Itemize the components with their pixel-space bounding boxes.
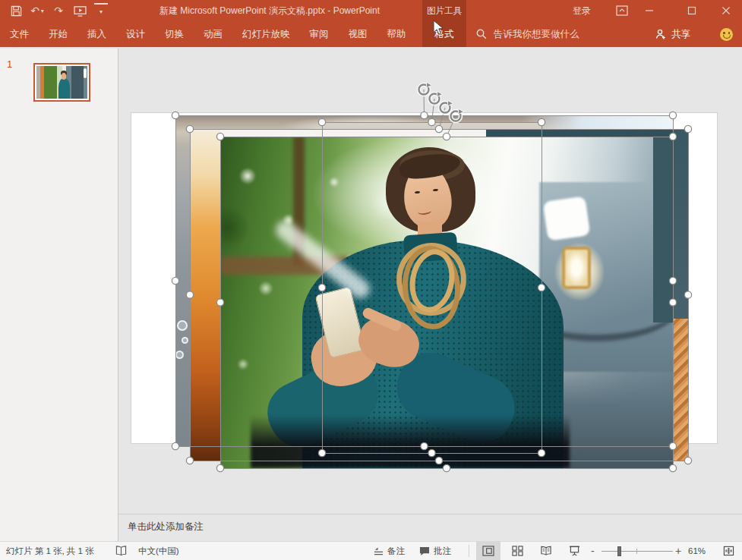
rotation-handle-3[interactable] — [440, 100, 453, 112]
ribbon-tabs: 文件开始插入设计切换动画幻灯片放映审阅视图帮助 — [0, 21, 416, 47]
tab-animations[interactable]: 动画 — [194, 21, 232, 47]
comments-button[interactable]: 批注 — [419, 542, 451, 560]
rope-texture — [672, 319, 688, 461]
redo-button[interactable]: ↷ — [52, 2, 65, 19]
tab-insert[interactable]: 插入 — [77, 21, 116, 47]
tab-transitions[interactable]: 切换 — [155, 21, 194, 47]
undo-button[interactable]: ↶ ▾ — [30, 2, 44, 19]
minimize-icon — [645, 6, 654, 15]
undo-dropdown-icon[interactable]: ▾ — [41, 8, 44, 14]
rotation-stem-1 — [424, 90, 425, 115]
rotation-handle-1[interactable] — [419, 82, 432, 94]
slide-sorter-view-button[interactable] — [505, 542, 529, 560]
minimize-button[interactable] — [638, 0, 661, 21]
powerpoint-window: 图片工具 ↶ ▾ ↷ — [0, 0, 742, 560]
notes-divider[interactable] — [118, 514, 742, 514]
save-icon — [11, 5, 22, 17]
search-placeholder: 告诉我你想要做什么 — [494, 28, 579, 41]
zoom-in-button[interactable]: + — [675, 542, 681, 560]
tab-home[interactable]: 开始 — [39, 21, 77, 47]
proofing-book-icon — [115, 546, 127, 556]
zoom-slider-midpoint — [636, 549, 637, 554]
reading-view-button[interactable] — [534, 542, 558, 560]
feedback-smiley-icon[interactable] — [720, 28, 733, 41]
slide-thumbnail-panel: 1 — [0, 49, 118, 541]
fit-slide-to-window-button[interactable] — [716, 542, 740, 560]
slide-sorter-icon — [512, 546, 523, 556]
tell-me-search[interactable]: 告诉我你想要做什么 — [476, 21, 579, 47]
comments-icon — [419, 546, 430, 556]
notes-placeholder[interactable]: 单击此处添加备注 — [128, 521, 204, 533]
picture-tools-label: 图片工具 — [422, 0, 466, 21]
drink-photo-sliver — [190, 129, 220, 461]
tab-help[interactable]: 帮助 — [377, 21, 416, 47]
slide-number-label: 1 — [7, 58, 12, 70]
slideshow-view-icon — [569, 546, 580, 556]
spellcheck-button[interactable] — [115, 542, 127, 560]
zoom-slider-track[interactable] — [601, 551, 673, 552]
maximize-button[interactable] — [680, 0, 703, 21]
quick-access-toolbar: ↶ ▾ ↷ ▾ — [9, 0, 108, 21]
ribbon: 图片工具 ↶ ▾ ↷ — [0, 0, 742, 47]
language-button[interactable]: 中文(中国) — [138, 542, 179, 560]
sign-in-button[interactable]: 登录 — [565, 0, 598, 21]
fit-to-window-icon — [723, 546, 734, 556]
tab-design[interactable]: 设计 — [116, 21, 155, 47]
save-button[interactable] — [9, 2, 23, 19]
search-icon — [476, 29, 487, 39]
zoom-out-button[interactable]: - — [591, 542, 595, 560]
start-from-beginning-button[interactable] — [73, 2, 87, 19]
ribbon-display-options-icon — [616, 5, 628, 16]
share-label: 共享 — [671, 28, 690, 41]
tab-review[interactable]: 审阅 — [300, 21, 339, 47]
slide-thumbnail-image — [36, 66, 87, 99]
tab-file[interactable]: 文件 — [0, 21, 39, 47]
zoom-level[interactable]: 61% — [688, 542, 706, 560]
share-button[interactable]: 共享 — [655, 21, 690, 47]
share-person-icon — [655, 28, 667, 40]
maximize-icon — [687, 6, 696, 15]
tab-format[interactable]: 格式 — [422, 21, 466, 47]
notes-button[interactable]: 备注 — [374, 542, 405, 560]
slideshow-play-icon — [74, 5, 87, 17]
status-bar: 幻灯片 第 1 张, 共 1 张 中文(中国) 备注 批注 — [0, 541, 742, 560]
slide-counter: 幻灯片 第 1 张, 共 1 张 — [6, 542, 94, 560]
redo-icon: ↷ — [54, 5, 63, 16]
tab-slideshow[interactable]: 幻灯片放映 — [232, 21, 300, 47]
normal-view-button[interactable] — [476, 542, 500, 560]
tab-view[interactable]: 视图 — [339, 21, 377, 47]
zoom-slider-thumb[interactable] — [617, 546, 621, 556]
customize-qat-button[interactable]: ▾ — [94, 2, 108, 19]
close-icon — [721, 6, 731, 15]
slide-thumbnail-1[interactable] — [33, 63, 90, 102]
normal-view-icon — [482, 546, 494, 556]
mouse-cursor — [433, 20, 444, 36]
close-button[interactable] — [715, 0, 737, 21]
picture-1-main-woman[interactable] — [220, 137, 673, 468]
slideshow-view-button[interactable] — [562, 542, 586, 560]
undo-icon: ↶ — [30, 5, 39, 16]
rotation-handle-2[interactable] — [430, 91, 443, 103]
reading-view-icon — [540, 546, 552, 556]
notes-icon — [374, 546, 384, 556]
window-title: 新建 Microsoft PowerPoint 演示文稿.pptx - Powe… — [141, 0, 399, 21]
statusbar-separator — [469, 545, 469, 557]
ribbon-display-options-button[interactable] — [611, 0, 633, 21]
